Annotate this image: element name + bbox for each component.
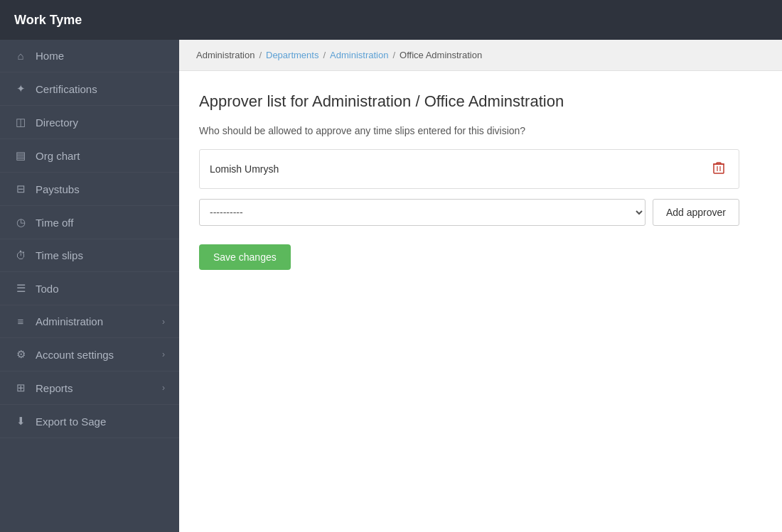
page-body: Approver list for Administration / Offic… [179,71,782,291]
sidebar-label-directory: Directory [36,116,78,129]
home-icon [14,50,27,62]
sidebar-label-certifications: Certifications [36,83,97,95]
sidebar-item-time-slips[interactable]: Time slips [0,239,179,272]
breadcrumb-administration-link[interactable]: Administration [330,50,388,60]
sidebar-label-account-settings: Account settings [36,349,114,361]
chevron-icon-reports: › [162,383,165,393]
add-approver-row: ---------- Add approver [199,199,739,226]
breadcrumb-sep-2: / [323,50,326,60]
sidebar-item-directory[interactable]: Directory [0,106,179,139]
add-approver-button[interactable]: Add approver [653,199,739,226]
save-changes-button[interactable]: Save changes [199,244,291,270]
content-area: Administration / Departments / Administr… [179,40,782,532]
org-chart-icon [14,149,27,162]
sidebar-nav: HomeCertificationsDirectoryOrg chartPays… [0,40,179,532]
breadcrumb-office-adminstration: Office Adminstration [400,50,482,60]
sidebar-item-export-to-sage[interactable]: Export to Sage [0,405,179,438]
administration-icon [14,315,27,327]
app-title-text: Work Tyme [14,13,82,28]
sidebar-label-time-slips: Time slips [36,249,83,261]
breadcrumb-departments[interactable]: Departments [266,50,318,60]
sidebar-label-time-off: Time off [36,217,73,229]
top-bar [179,0,782,40]
sidebar-item-time-off[interactable]: Time off [0,206,179,239]
sidebar-label-org-chart: Org chart [36,150,80,162]
certifications-icon [14,82,27,95]
todo-icon [14,282,27,295]
time-slips-icon [14,249,27,261]
approver-row: Lomish Umrysh [199,149,739,189]
sidebar-item-org-chart[interactable]: Org chart [0,139,179,173]
sidebar-item-certifications[interactable]: Certifications [0,72,179,106]
sidebar: Work Tyme HomeCertificationsDirectoryOrg… [0,0,179,532]
sidebar-label-home: Home [36,50,64,62]
sidebar-label-administration: Administration [36,315,103,327]
page-description: Who should be allowed to approve any tim… [199,125,762,136]
sidebar-item-account-settings[interactable]: Account settings› [0,338,179,371]
approver-name: Lomish Umrysh [210,163,709,175]
time-off-icon [14,216,27,229]
sidebar-label-todo: Todo [36,283,59,295]
main-area: Administration / Departments / Administr… [179,0,782,532]
sidebar-item-paystubs[interactable]: Paystubs [0,173,179,206]
breadcrumb: Administration / Departments / Administr… [179,40,782,71]
sidebar-label-paystubs: Paystubs [36,183,80,195]
app-title: Work Tyme [0,0,179,40]
breadcrumb-sep-3: / [392,50,395,60]
breadcrumb-sep-1: / [259,50,262,60]
account-settings-icon [14,348,27,361]
breadcrumb-administration-static: Administration [196,50,255,60]
approvers-list: Lomish Umrysh [199,149,762,189]
paystubs-icon [14,183,27,195]
sidebar-label-export-to-sage: Export to Sage [36,416,106,428]
directory-icon [14,116,27,129]
export-to-sage-icon [14,415,27,428]
chevron-icon-administration: › [162,317,165,327]
trash-icon [713,161,724,177]
sidebar-item-todo[interactable]: Todo [0,272,179,305]
approver-select[interactable]: ---------- [199,199,646,226]
sidebar-item-reports[interactable]: Reports› [0,371,179,405]
sidebar-label-reports: Reports [36,382,73,394]
sidebar-item-home[interactable]: Home [0,40,179,72]
chevron-icon-account-settings: › [162,349,165,359]
delete-approver-button[interactable] [709,158,729,180]
sidebar-item-administration[interactable]: Administration› [0,305,179,338]
page-title: Approver list for Administration / Offic… [199,92,762,111]
reports-icon [14,381,27,394]
svg-rect-0 [714,164,724,173]
